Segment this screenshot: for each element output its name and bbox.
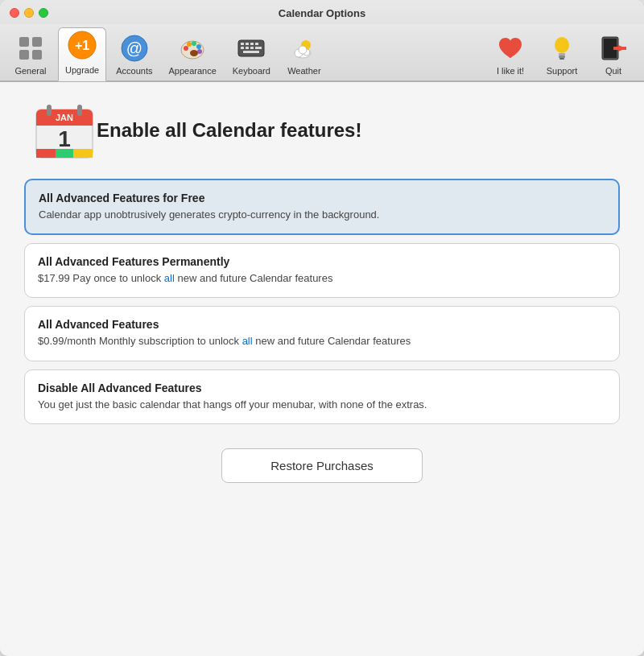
toolbar-item-weather[interactable]: Weather [280,29,328,80]
svg-rect-38 [613,47,626,50]
appearance-icon [176,32,208,64]
general-icon [14,32,47,64]
option-monthly-desc: $0.99/month Monthly subscription to unlo… [38,334,606,349]
keyboard-label: Keyboard [233,66,270,76]
svg-rect-16 [241,43,244,45]
svg-point-9 [184,46,188,51]
svg-point-30 [299,46,307,54]
toolbar-item-ilike[interactable]: I like it! [486,29,535,80]
svg-rect-21 [246,47,249,49]
minimize-button[interactable] [24,8,34,18]
restore-purchases-button[interactable]: Restore Purchases [221,448,423,483]
svg-text:@: @ [126,39,142,57]
svg-rect-44 [77,105,82,116]
title-bar: Calendar Options General [0,0,644,81]
svg-rect-19 [255,43,258,45]
svg-point-11 [192,41,196,46]
accounts-icon: @ [118,32,151,64]
toolbar: General +1 Upgrade [0,24,644,80]
option-disable-desc: You get just the basic calendar that han… [38,398,606,412]
svg-rect-1 [32,37,42,47]
quit-icon [597,32,630,64]
highlight-all-2: all [242,335,253,347]
option-free-title: All Advanced Features for Free [39,192,605,204]
svg-rect-52 [73,149,93,158]
svg-rect-25 [243,51,259,53]
window-title: Calendar Options [279,7,365,19]
option-permanent-title: All Advanced Features Permanently [38,255,606,268]
toolbar-item-support[interactable]: Support [538,29,586,80]
svg-rect-50 [36,149,56,158]
upgrade-icon: +1 [66,31,98,64]
upgrade-label: Upgrade [65,65,99,75]
svg-rect-22 [250,47,254,49]
bulb-icon [546,32,578,64]
svg-rect-34 [559,58,564,60]
calendar-icon-large: JAN 1 [32,98,97,163]
toolbar-right: I like it! Support [486,29,638,80]
heart-icon [494,32,526,64]
svg-rect-23 [255,47,258,49]
svg-text:JAN: JAN [56,113,73,122]
main-window: Calendar Options General [0,0,644,656]
svg-text:+1: +1 [75,39,89,52]
weather-label: Weather [287,66,320,76]
window-controls [10,8,48,18]
main-content: JAN 1 Enable all Calendar features! [0,81,644,656]
svg-point-14 [190,50,198,56]
option-free-desc: Calendar app unobtrusively generates cry… [39,208,605,222]
option-card-disable[interactable]: Disable All Advanced Features You get ju… [24,369,620,424]
upgrade-header: JAN 1 Enable all Calendar features! [24,98,620,163]
svg-rect-3 [32,50,42,60]
svg-point-12 [196,44,201,49]
svg-text:1: 1 [58,126,71,151]
svg-rect-0 [19,37,29,47]
svg-rect-17 [246,43,249,45]
general-label: General [14,66,46,76]
toolbar-item-appearance[interactable]: Appearance [162,29,222,80]
option-card-monthly[interactable]: All Advanced Features $0.99/month Monthl… [24,306,620,361]
option-card-free[interactable]: All Advanced Features for Free Calendar … [24,179,620,235]
support-label: Support [547,66,578,76]
toolbar-left: General +1 Upgrade [6,27,328,80]
option-disable-title: Disable All Advanced Features [38,382,606,394]
toolbar-item-keyboard[interactable]: Keyboard [226,29,277,80]
option-monthly-title: All Advanced Features [38,318,606,331]
svg-rect-43 [47,105,52,116]
option-permanent-desc: $17.99 Pay once to unlock all new and fu… [38,271,606,286]
toolbar-item-quit[interactable]: Quit [589,29,638,80]
close-button[interactable] [10,8,19,18]
quit-label: Quit [605,66,621,76]
svg-rect-24 [258,47,262,49]
option-card-permanent[interactable]: All Advanced Features Permanently $17.99… [24,243,620,298]
header-title: Enable all Calendar features! [97,119,361,142]
toolbar-item-upgrade[interactable]: +1 Upgrade [58,27,106,81]
ilike-label: I like it! [497,66,524,76]
appearance-label: Appearance [168,66,216,76]
svg-rect-18 [250,43,254,45]
keyboard-icon [235,32,267,64]
svg-point-31 [555,37,569,53]
toolbar-item-general[interactable]: General [6,29,55,80]
restore-btn-wrap: Restore Purchases [24,448,620,483]
svg-rect-32 [559,53,565,56]
svg-rect-2 [19,50,29,60]
toolbar-item-accounts[interactable]: @ Accounts [109,29,159,80]
svg-rect-51 [56,149,73,158]
weather-icon [288,32,320,64]
svg-rect-20 [241,47,244,49]
svg-point-10 [187,42,192,47]
svg-rect-33 [559,56,565,58]
maximize-button[interactable] [39,8,48,18]
highlight-all-1: all [164,272,175,284]
accounts-label: Accounts [116,66,152,76]
